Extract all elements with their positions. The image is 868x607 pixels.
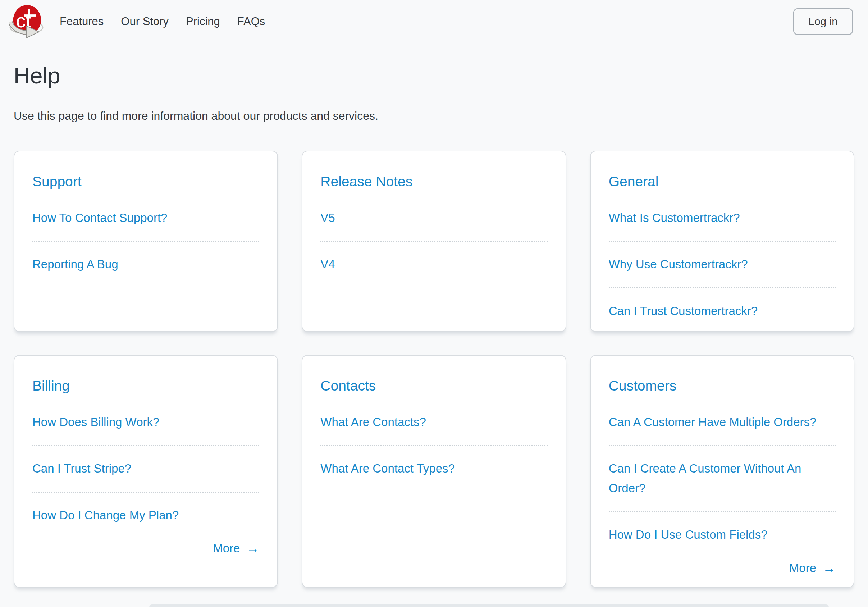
help-article-link[interactable]: What Is Customertrackr? (609, 195, 835, 241)
card-title-general: General (609, 174, 835, 189)
help-article-link[interactable]: Can I Trust Customertrackr? (609, 287, 835, 332)
help-article-link[interactable]: How To Contact Support? (33, 195, 259, 241)
page-subtitle: Use this page to find more information a… (14, 109, 854, 123)
more-label: More (789, 561, 816, 575)
card-links: V5 V4 (320, 195, 547, 287)
card-title-support: Support (33, 174, 259, 189)
help-article-link[interactable]: What Are Contacts? (320, 399, 547, 445)
help-card-billing: Billing How Does Billing Work? Can I Tru… (14, 355, 278, 588)
help-cards-grid: Support How To Contact Support? Reportin… (14, 151, 854, 588)
card-title-billing: Billing (33, 378, 259, 394)
nav-item-our-story[interactable]: Our Story (121, 15, 169, 28)
help-article-link[interactable]: Can A Customer Have Multiple Orders? (609, 399, 835, 445)
card-title-customers: Customers (609, 378, 835, 394)
top-nav: ct Features Our Story Pricing FAQs Log i… (0, 0, 868, 43)
nav-item-pricing[interactable]: Pricing (186, 15, 220, 28)
nav-item-faqs[interactable]: FAQs (237, 15, 265, 28)
billing-more-link[interactable]: More → (213, 542, 259, 555)
help-article-link[interactable]: How Do I Use Custom Fields? (609, 511, 835, 557)
help-page: Help Use this page to find more informat… (0, 62, 868, 588)
help-article-link[interactable]: What Are Contact Types? (320, 445, 547, 491)
more-row: More → (33, 538, 259, 555)
help-card-release-notes: Release Notes V5 V4 (302, 151, 566, 332)
main-nav-links: Features Our Story Pricing FAQs (44, 15, 265, 28)
help-card-customers: Customers Can A Customer Have Multiple O… (590, 355, 854, 588)
help-card-support: Support How To Contact Support? Reportin… (14, 151, 278, 332)
help-article-link[interactable]: V4 (320, 241, 547, 287)
help-article-link[interactable]: Can I Trust Stripe? (33, 445, 259, 491)
help-article-link[interactable]: Reporting A Bug (33, 241, 259, 287)
footer-top-edge (149, 604, 829, 607)
help-article-link[interactable]: How Do I Change My Plan? (33, 492, 259, 538)
card-links: What Is Customertrackr? Why Use Customer… (609, 195, 835, 332)
help-article-link[interactable]: Why Use Customertrackr? (609, 241, 835, 287)
more-label: More (213, 542, 240, 555)
card-links: How Does Billing Work? Can I Trust Strip… (33, 399, 259, 538)
help-article-link[interactable]: Can I Create A Customer Without An Order… (609, 445, 835, 511)
log-in-button[interactable]: Log in (793, 8, 853, 35)
right-arrow-icon: → (823, 562, 835, 574)
more-row: More → (609, 558, 835, 575)
card-links: What Are Contacts? What Are Contact Type… (320, 399, 547, 492)
customers-more-link[interactable]: More → (789, 561, 835, 575)
card-title-contacts: Contacts (320, 378, 547, 394)
help-card-general: General What Is Customertrackr? Why Use … (590, 151, 854, 332)
card-title-release-notes: Release Notes (320, 174, 547, 189)
help-article-link[interactable]: How Does Billing Work? (33, 399, 259, 445)
card-links: How To Contact Support? Reporting A Bug (33, 195, 259, 287)
nav-item-features[interactable]: Features (60, 15, 104, 28)
help-article-link[interactable]: V5 (320, 195, 547, 241)
card-links: Can A Customer Have Multiple Orders? Can… (609, 399, 835, 558)
customertrackr-logo[interactable]: ct (9, 4, 44, 39)
page-title: Help (14, 62, 854, 88)
help-card-contacts: Contacts What Are Contacts? What Are Con… (302, 355, 566, 588)
right-arrow-icon: → (246, 542, 259, 555)
customertrackr-logo-icon: ct (9, 4, 44, 39)
